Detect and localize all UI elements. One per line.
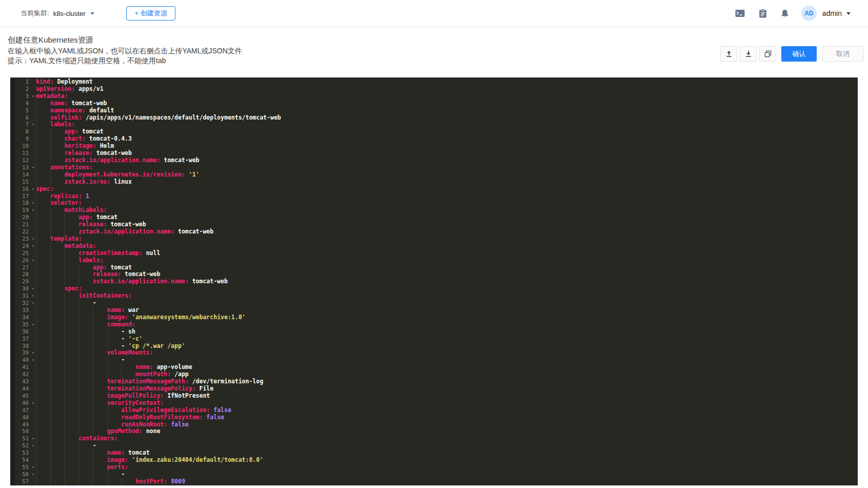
- code-line[interactable]: 8 app: tomcat: [10, 128, 858, 135]
- user-menu[interactable]: admin: [822, 9, 851, 17]
- code-line[interactable]: 3▾metadata:: [10, 93, 858, 100]
- code-line[interactable]: 15 zstack.io/os: linux: [10, 179, 858, 186]
- code-line[interactable]: 29 zstack.io/application.name: tomcat-we…: [10, 278, 858, 285]
- code-line[interactable]: 34 image: 'ananwaresystems/webarchive:1.…: [10, 314, 858, 321]
- code-line[interactable]: 42 mountPath: /app: [10, 371, 858, 378]
- code-line[interactable]: 35▾ command:: [10, 321, 858, 328]
- code-line[interactable]: 48 readOnlyRootFilesystem: false: [10, 414, 858, 421]
- code-line[interactable]: 44 terminationMessagePolicy: File: [10, 385, 858, 393]
- code-line[interactable]: 32▾ -: [10, 300, 858, 307]
- cancel-button[interactable]: 取消: [822, 46, 863, 62]
- fold-toggle-icon[interactable]: ▾: [30, 435, 36, 442]
- code-line[interactable]: 45 imagePullPolicy: IfNotPresent: [10, 393, 858, 400]
- copy-yaml-button[interactable]: [759, 46, 776, 62]
- code-line[interactable]: 20 app: tomcat: [10, 214, 858, 221]
- code-line[interactable]: 7▾ labels:: [10, 121, 858, 128]
- code-text: initContainers:: [36, 292, 132, 300]
- upload-yaml-button[interactable]: [720, 46, 737, 62]
- cluster-selector[interactable]: 当前集群: k8s-cluster: [21, 9, 94, 18]
- code-line[interactable]: 26▾ labels:: [10, 257, 858, 264]
- fold-toggle-icon[interactable]: ▾: [30, 207, 36, 214]
- code-line[interactable]: 2apiVersion: apps/v1: [10, 86, 858, 93]
- fold-toggle-icon[interactable]: ▾: [30, 93, 36, 100]
- code-line[interactable]: 22 zstack.io/application.name: tomcat-we…: [10, 228, 858, 236]
- code-line[interactable]: 27 app: tomcat: [10, 264, 858, 271]
- code-line[interactable]: 47 allowPrivilegeEscalation: false: [10, 407, 858, 414]
- code-line[interactable]: 30▾ spec:: [10, 285, 858, 292]
- code-line[interactable]: 17 replicas: 1: [10, 193, 858, 200]
- code-line[interactable]: 39▾ volumeMounts:: [10, 349, 858, 357]
- code-line[interactable]: 13▾ annotations:: [10, 164, 858, 171]
- fold-toggle-icon[interactable]: ▾: [30, 200, 36, 207]
- code-line[interactable]: 38 - 'cp /*.war /app': [10, 343, 858, 350]
- code-line[interactable]: 9 chart: tomcat-0.4.3: [10, 135, 858, 143]
- code-line[interactable]: 28 release: tomcat-web: [10, 271, 858, 278]
- code-line[interactable]: 16▾spec:: [10, 186, 858, 193]
- fold-toggle-icon[interactable]: ▾: [30, 292, 36, 300]
- gutter-strip: [10, 400, 15, 407]
- code-line[interactable]: 37 - '-c': [10, 336, 858, 343]
- code-line[interactable]: 4 name: tomcat-web: [10, 100, 858, 107]
- code-line[interactable]: 25 creationTimestamp: null: [10, 250, 858, 257]
- code-line[interactable]: 36 - sh: [10, 328, 858, 336]
- download-yaml-button[interactable]: [740, 46, 757, 62]
- fold-toggle-icon[interactable]: ▾: [30, 186, 36, 193]
- line-number: 28: [15, 271, 30, 278]
- code-line[interactable]: 24▾ metadata:: [10, 243, 858, 250]
- gutter-strip: [10, 292, 15, 300]
- fold-toggle-icon[interactable]: ▾: [30, 164, 36, 171]
- fold-gutter: [30, 193, 36, 200]
- code-line[interactable]: 46▾ securityContext:: [10, 400, 858, 407]
- code-line[interactable]: 14 deployment.kubernetes.io/revision: '1…: [10, 171, 858, 179]
- fold-toggle-icon[interactable]: ▾: [30, 285, 36, 292]
- fold-toggle-icon[interactable]: ▾: [30, 300, 36, 307]
- code-line[interactable]: 55▾ ports:: [10, 464, 858, 471]
- terminal-icon[interactable]: [735, 9, 745, 17]
- code-line[interactable]: 54 image: 'index.zaku:20404/default/tomc…: [10, 457, 858, 464]
- code-line[interactable]: 33 name: war: [10, 307, 858, 314]
- code-line[interactable]: 1kind: Deployment: [10, 79, 858, 86]
- fold-toggle-icon[interactable]: ▾: [30, 236, 36, 243]
- line-number: 21: [15, 221, 30, 228]
- fold-toggle-icon[interactable]: ▾: [30, 357, 36, 364]
- code-line[interactable]: 23▾ template:: [10, 236, 858, 243]
- confirm-button[interactable]: 确认: [781, 46, 817, 62]
- code-line[interactable]: 57 hostPort: 8009: [10, 478, 858, 485]
- code-text: kind: Deployment: [36, 79, 93, 86]
- code-line[interactable]: 56▾ -: [10, 471, 858, 478]
- fold-toggle-icon[interactable]: ▾: [30, 321, 36, 328]
- fold-toggle-icon[interactable]: ▾: [30, 471, 36, 478]
- code-line[interactable]: 21 release: tomcat-web: [10, 221, 858, 228]
- code-editor[interactable]: 1kind: Deployment2apiVersion: apps/v13▾m…: [10, 77, 858, 485]
- fold-toggle-icon[interactable]: ▾: [30, 121, 36, 128]
- code-line[interactable]: 52▾ -: [10, 442, 858, 450]
- code-line[interactable]: 11 release: tomcat-web: [10, 150, 858, 157]
- fold-toggle-icon[interactable]: ▾: [30, 442, 36, 450]
- code-line[interactable]: 40▾ -: [10, 357, 858, 364]
- code-line[interactable]: 53 name: tomcat: [10, 450, 858, 457]
- fold-toggle-icon[interactable]: ▾: [30, 349, 36, 357]
- clipboard-icon[interactable]: [759, 9, 767, 18]
- code-text: annotations:: [36, 164, 93, 171]
- fold-gutter: [30, 221, 36, 228]
- code-line[interactable]: 43 terminationMessagePath: /dev/terminat…: [10, 378, 858, 385]
- fold-toggle-icon[interactable]: ▾: [30, 243, 36, 250]
- code-line[interactable]: 49 runAsNonRoot: false: [10, 421, 858, 428]
- code-line[interactable]: 19▾ matchLabels:: [10, 207, 858, 214]
- code-line[interactable]: 51▾ containers:: [10, 435, 858, 442]
- code-line[interactable]: 6 selfLink: /apis/apps/v1/namespaces/def…: [10, 114, 858, 122]
- code-line[interactable]: 12 zstack.io/application.name: tomcat-we…: [10, 157, 858, 164]
- create-resource-button[interactable]: + 创建资源: [126, 6, 175, 21]
- code-line[interactable]: 10 heritage: Helm: [10, 143, 858, 150]
- code-line[interactable]: 18▾ selector:: [10, 200, 858, 207]
- fold-toggle-icon[interactable]: ▾: [30, 400, 36, 407]
- avatar[interactable]: AD: [801, 6, 817, 21]
- fold-toggle-icon[interactable]: ▾: [30, 257, 36, 264]
- bell-icon[interactable]: [781, 9, 789, 18]
- code-line[interactable]: 50 gpuMethod: none: [10, 428, 858, 435]
- fold-toggle-icon[interactable]: ▾: [30, 464, 36, 471]
- code-line[interactable]: 5 namespace: default: [10, 107, 858, 114]
- code-line[interactable]: 31▾ initContainers:: [10, 292, 858, 300]
- gutter-strip: [10, 457, 15, 464]
- code-line[interactable]: 41 name: app-volume: [10, 364, 858, 371]
